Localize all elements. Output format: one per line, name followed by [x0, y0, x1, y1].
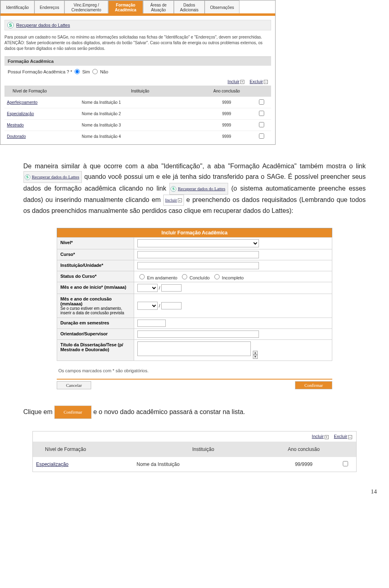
table-row: Doutorado Nome da Instituição 4 9999 — [4, 131, 271, 142]
required-note: Os campos marcados com * são obrigatório… — [57, 361, 332, 379]
status-andamento-radio[interactable] — [139, 274, 145, 279]
table-row: Mestrado Nome da Instituição 3 9999 — [4, 120, 271, 131]
inline-recuperar-2: S Recuperar dados do Lattes — [169, 183, 228, 195]
cell: Nome da Instituição 1 — [79, 97, 201, 108]
text: / — [159, 285, 160, 290]
radio-sim[interactable] — [75, 69, 80, 74]
page-number: 14 — [12, 488, 377, 495]
field-label: Instituição/Unidade* — [57, 260, 134, 271]
cancelar-button[interactable]: Cancelar — [57, 381, 91, 389]
minus-icon: − — [264, 80, 268, 84]
tab-dados-adicionais[interactable]: Dados Adicionais — [174, 0, 205, 13]
mes-conclusao-select[interactable] — [137, 302, 158, 310]
nivel-link[interactable]: Especialização — [36, 461, 68, 467]
col-header: Ano conclusão — [201, 86, 252, 97]
radio-question-label: Possui Formação Acadêmica ? * — [8, 69, 72, 74]
screenshot-result-table: Incluir+ Excluir− Nível de Formação Inst… — [32, 431, 357, 472]
text: Mês e ano de conclusão (mm/aaaa) — [60, 296, 112, 306]
instituicao-input[interactable] — [137, 262, 259, 269]
section-header: Formação Acadêmica — [4, 56, 271, 66]
nivel-select[interactable] — [137, 239, 259, 247]
lattes-icon: S — [171, 186, 176, 192]
incluir-link[interactable]: Incluir — [228, 79, 239, 84]
tab-label: Áreas de Atuação — [145, 3, 172, 13]
recuperar-lattes-link[interactable]: Recuperar dados do Lattes — [16, 23, 70, 28]
cell: Nome da Instituição 4 — [79, 131, 201, 142]
info-text: Para possuir um cadastro no SAGe, no mín… — [4, 34, 271, 52]
status-incompleto-radio[interactable] — [214, 274, 220, 279]
tab-formacao[interactable]: Formação Acadêmica — [108, 0, 143, 13]
radio-label: Concluído — [190, 275, 210, 280]
status-cell: Em andamento Concluído Incompleto — [134, 271, 332, 282]
tab-vinculo[interactable]: Vinc.Empreg / Credenciamento — [64, 0, 108, 13]
field-label: Duração em semestres — [57, 318, 134, 329]
mes-inicio-select[interactable] — [137, 284, 158, 292]
nivel-link[interactable]: Doutorado — [7, 134, 26, 139]
cell: 9999 — [201, 97, 252, 108]
tab-label: Vinc.Empreg / Credenciamento — [66, 3, 106, 13]
tab-areas[interactable]: Áreas de Atuação — [143, 0, 174, 13]
incluir-link[interactable]: Incluir — [312, 434, 324, 439]
plus-icon: + — [178, 198, 182, 202]
cell: 9999 — [201, 131, 252, 142]
screenshot-incluir-form: Incluir Formação Acadêmica Nível* Curso*… — [57, 228, 332, 389]
field-label: Mês e ano de início* (mm/aaaa) — [57, 282, 134, 294]
recuperar-lattes-link[interactable]: Recuperar dados do Lattes — [178, 184, 225, 194]
screenshot-formacao-tab: Identificação Endereços Vinc.Empreg / Cr… — [0, 0, 276, 145]
row-checkbox[interactable] — [343, 461, 348, 466]
cell: 99/9999 — [273, 457, 334, 472]
cell: Nome da Instituição 3 — [79, 120, 201, 131]
row-checkbox[interactable] — [259, 133, 264, 139]
col-header: Ano conclusão — [273, 442, 334, 457]
col-header: Instituição — [79, 86, 201, 97]
nivel-link[interactable]: Aperfeiçoamento — [7, 100, 38, 105]
confirmar-button[interactable]: Confirmar — [295, 381, 332, 389]
radio-nao[interactable] — [92, 69, 98, 74]
status-concluido-radio[interactable] — [182, 274, 187, 279]
row-checkbox[interactable] — [259, 99, 264, 105]
tab-label: Observações — [210, 5, 234, 10]
plus-icon: + — [240, 80, 244, 84]
duracao-input[interactable] — [137, 320, 166, 327]
curso-input[interactable] — [137, 251, 259, 258]
form-title: Incluir Formação Acadêmica — [57, 228, 332, 237]
excluir-link[interactable]: Excluir — [250, 79, 263, 84]
spinner-down-icon[interactable]: ▼ — [253, 355, 258, 359]
col-header — [334, 442, 356, 457]
form-table: Nível* Curso* Instituição/Unidade* Statu… — [57, 237, 332, 361]
table-actions: Incluir+ Excluir− — [33, 431, 356, 441]
text: Se o curso estiver em andamento, inserir… — [60, 306, 130, 315]
minus-icon: − — [348, 435, 352, 439]
result-table: Nível de Formação Instituição Ano conclu… — [33, 442, 356, 472]
tab-observacoes[interactable]: Observações — [205, 0, 239, 13]
field-label: Status do Curso* — [57, 271, 134, 282]
radio-sim-label: Sim — [82, 69, 90, 74]
radio-label: Incompleto — [222, 275, 244, 280]
tab-enderecos[interactable]: Endereços — [34, 0, 64, 13]
col-header: Nível de Formação — [4, 86, 79, 97]
row-checkbox[interactable] — [259, 111, 264, 116]
excluir-link[interactable]: Excluir — [334, 434, 347, 439]
nivel-link[interactable]: Mestrado — [7, 123, 24, 127]
field-label: Título da Dissertação/Tese (p/ Mestrado … — [57, 340, 134, 361]
spinner-up-icon[interactable]: ▲ — [253, 351, 258, 355]
ano-conclusao-input[interactable] — [161, 302, 182, 309]
plus-icon: + — [325, 435, 329, 439]
incluir-link[interactable]: Incluir — [165, 195, 177, 205]
row-checkbox[interactable] — [259, 122, 264, 127]
field-label: Curso* — [57, 249, 134, 260]
tab-label: Identificação — [6, 5, 29, 10]
text: / — [159, 303, 160, 308]
tab-label: Endereços — [40, 5, 59, 10]
nivel-link[interactable]: Especialização — [7, 112, 34, 116]
tab-identificacao[interactable]: Identificação — [0, 0, 34, 13]
orientador-input[interactable] — [137, 330, 259, 338]
radio-row: Possui Formação Acadêmica ? * Sim Não — [4, 66, 271, 77]
recuperar-lattes-link[interactable]: Recuperar dados do Lattes — [32, 172, 79, 182]
table-row: Especialização Nome da Instituição 99/99… — [33, 457, 356, 472]
text: e o novo dado acadêmico passará a consta… — [93, 408, 245, 415]
ano-inicio-input[interactable] — [161, 284, 182, 292]
radio-nao-label: Não — [100, 69, 108, 74]
col-header — [252, 86, 271, 97]
titulo-textarea[interactable] — [137, 341, 251, 356]
